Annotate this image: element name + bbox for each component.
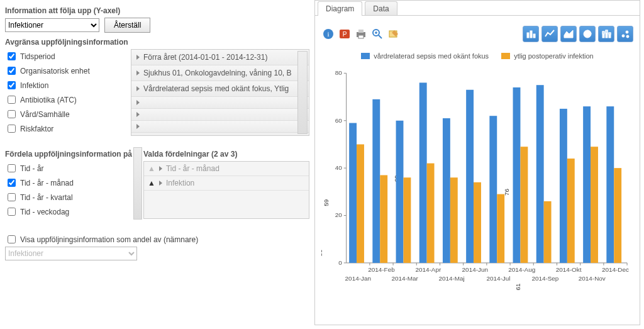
powerpoint-icon[interactable]: P <box>338 27 352 41</box>
print-icon[interactable] <box>354 27 368 41</box>
bar <box>357 144 364 262</box>
swatch-b-icon <box>501 53 510 59</box>
valda-item[interactable]: ▲Infektion <box>144 176 309 191</box>
svg-point-23 <box>626 31 628 33</box>
svg-text:40: 40 <box>335 164 343 171</box>
chevron-right-icon <box>136 55 140 60</box>
accordion-item[interactable] <box>131 97 309 109</box>
filter-checkbox[interactable] <box>8 110 16 118</box>
filter-checkbox[interactable] <box>8 52 16 60</box>
bar <box>396 121 404 263</box>
distribute-row[interactable]: Tid - år <box>5 161 141 176</box>
svg-text:2014-Jul: 2014-Jul <box>486 275 510 282</box>
chevron-right-icon <box>159 166 162 171</box>
filter-row[interactable]: Infektion <box>5 78 128 92</box>
svg-rect-13 <box>530 31 532 38</box>
ratio-select[interactable]: Infektioner <box>5 247 137 260</box>
filter-label: Antibiotika (ATC) <box>20 96 77 104</box>
filter-checkbox[interactable] <box>8 96 16 104</box>
bar <box>489 116 497 263</box>
bar <box>536 85 544 263</box>
accordion-item[interactable] <box>131 121 309 133</box>
scrollbar[interactable] <box>133 147 142 220</box>
filter-row[interactable]: Tidsperiod <box>5 49 128 64</box>
distribute-label: Tid - veckodag <box>20 208 69 216</box>
chevron-up-icon: ▲ <box>148 164 155 173</box>
bar <box>427 164 435 263</box>
svg-text:2014-Aug: 2014-Aug <box>508 266 535 273</box>
svg-text:2014-Feb: 2014-Feb <box>368 266 395 273</box>
valda-item[interactable]: ▲Tid - år - månad <box>144 162 309 176</box>
reset-button[interactable]: Återställ <box>104 18 150 33</box>
bar <box>544 201 552 263</box>
bar <box>450 177 458 263</box>
filter-checkbox[interactable] <box>8 67 16 75</box>
chevron-right-icon <box>159 181 162 186</box>
filter-row[interactable]: Antibiotika (ATC) <box>5 92 128 107</box>
bar-chart-icon[interactable] <box>523 26 539 42</box>
yaxis-title: Information att följa upp (Y-axel) <box>5 6 309 15</box>
bar <box>474 182 481 263</box>
valda-list: ▲Tid - år - månad ▲Infektion <box>143 161 309 219</box>
bar <box>591 147 598 263</box>
chevron-right-icon <box>136 124 140 129</box>
tabs: Diagram Data <box>315 1 640 16</box>
accordion-item[interactable]: Förra året (2014-01-01 - 2014-12-31) <box>131 50 309 65</box>
distribute-checkbox[interactable] <box>8 164 16 172</box>
edit-icon[interactable] <box>387 27 401 41</box>
bar <box>583 106 591 263</box>
legend: vårdrelaterad sepsis med okänt fokus ytl… <box>321 52 633 60</box>
svg-text:59: 59 <box>323 199 330 206</box>
distribute-checkbox[interactable] <box>8 179 16 187</box>
filter-row[interactable]: Vård/Samhälle <box>5 107 128 121</box>
svg-text:2014-Jan: 2014-Jan <box>345 275 371 282</box>
svg-point-22 <box>622 35 625 37</box>
svg-text:50: 50 <box>321 249 323 257</box>
bar <box>497 194 504 263</box>
bar <box>567 159 575 263</box>
stacked-bar-icon[interactable] <box>598 26 614 42</box>
svg-rect-5 <box>358 30 364 33</box>
svg-text:0: 0 <box>338 259 342 266</box>
distribute-label: Tid - år - månad <box>20 179 74 187</box>
filter-checkbox[interactable] <box>8 81 16 89</box>
yaxis-select[interactable]: Infektioner <box>5 18 99 32</box>
ratio-checkbox[interactable] <box>8 235 16 243</box>
distribute-row[interactable]: Tid - år - månad <box>5 176 141 190</box>
filters-list: Tidsperiod Organisatorisk enhet Infektio… <box>5 49 131 136</box>
filter-checkbox[interactable] <box>8 125 16 133</box>
filter-label: Organisatorisk enhet <box>20 67 90 75</box>
bar <box>349 123 357 263</box>
bar <box>520 147 528 263</box>
pie-chart-icon[interactable] <box>579 26 596 42</box>
svg-rect-17 <box>602 31 604 34</box>
accordion-item[interactable] <box>131 109 309 121</box>
zoom-icon[interactable] <box>370 27 384 41</box>
distribute-row[interactable]: Tid - år - kvartal <box>5 190 141 204</box>
ratio-label: Visa uppföljningsinformation som andel a… <box>20 235 198 244</box>
distribute-row[interactable]: Tid - veckodag <box>5 204 141 219</box>
svg-text:2014-Okt: 2014-Okt <box>556 266 582 273</box>
accordion-item[interactable]: Sjukhus 01, Onkologavdelning, våning 10,… <box>131 65 309 81</box>
svg-rect-12 <box>527 33 529 38</box>
distribute-row[interactable]: Organisatorisk enhet <box>5 219 141 220</box>
bar <box>403 177 411 263</box>
tab-diagram[interactable]: Diagram <box>318 1 362 15</box>
chevron-right-icon <box>136 70 140 75</box>
misc-chart-icon[interactable] <box>617 26 633 42</box>
filter-row[interactable]: Riskfaktor <box>5 121 128 136</box>
svg-point-24 <box>626 35 629 38</box>
info-icon[interactable]: i <box>321 27 335 41</box>
bar <box>606 106 614 263</box>
distribute-checkbox[interactable] <box>8 208 16 216</box>
chevron-up-icon[interactable]: ▲ <box>148 179 155 187</box>
accordion[interactable]: Förra året (2014-01-01 - 2014-12-31) Sju… <box>131 49 309 136</box>
distribute-checkbox[interactable] <box>8 193 16 201</box>
area-chart-icon[interactable] <box>560 26 577 42</box>
filter-row[interactable]: Organisatorisk enhet <box>5 64 128 78</box>
filter-title: Avgränsa uppföljningsinformation <box>5 38 309 47</box>
line-chart-icon[interactable] <box>541 26 558 42</box>
accordion-item[interactable]: Vårdrelaterad sepsis med okänt fokus, Yt… <box>131 81 309 97</box>
bar <box>560 109 567 263</box>
tab-data[interactable]: Data <box>365 1 397 15</box>
